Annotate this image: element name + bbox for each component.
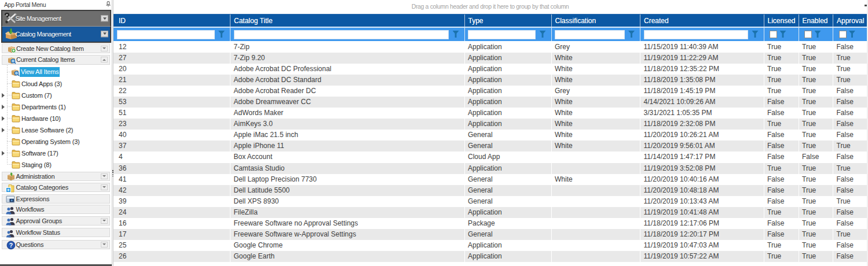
svg-text:?: ?	[9, 242, 13, 249]
